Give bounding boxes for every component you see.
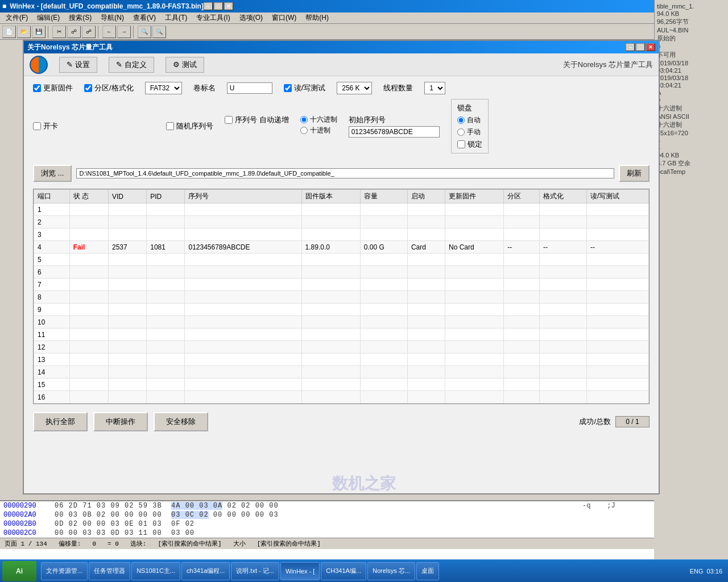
taskbar-item-0[interactable]: 文件资源管... — [41, 562, 88, 580]
search-button[interactable]: 🔍 — [138, 26, 151, 38]
cell-capacity — [360, 304, 407, 316]
cut-button[interactable]: ✂ — [52, 26, 66, 38]
save-button[interactable]: 💾 — [32, 26, 46, 38]
customize-button[interactable]: ✎ 自定义 — [109, 57, 154, 73]
cell-vid: 2537 — [108, 241, 146, 253]
menu-options[interactable]: 选项(O) — [235, 12, 267, 24]
cell-capacity — [360, 341, 407, 354]
taskbar-item-5[interactable]: WinHex - [ — [280, 562, 320, 580]
start-button[interactable]: Ai — [2, 561, 36, 581]
taskbar-item-4[interactable]: 说明.txt - 记... — [231, 562, 279, 580]
menu-view[interactable]: 查看(V) — [129, 12, 160, 24]
radio-manual[interactable]: 手动 — [457, 127, 482, 137]
execute-all-button[interactable]: 执行全部 — [33, 412, 88, 431]
init-serial-input[interactable] — [349, 126, 440, 138]
radio-auto[interactable]: 自动 — [457, 115, 482, 125]
serial-auto-inc-checkbox[interactable]: 序列号 自动递增 — [225, 115, 289, 125]
close-button[interactable]: ✕ — [224, 2, 233, 10]
rw-size-select[interactable]: 256 K — [337, 82, 372, 94]
maximize-button[interactable]: □ — [214, 2, 223, 10]
paste-button[interactable]: ☍ — [82, 26, 96, 38]
cell-firmware — [301, 391, 360, 404]
cell-serial — [185, 366, 301, 379]
cell-capacity — [360, 253, 407, 266]
rw-test-checkbox[interactable]: 读/写测试 — [284, 83, 326, 93]
open-button[interactable]: 📂 — [17, 26, 31, 38]
zoom-button[interactable]: 🔍 — [152, 26, 166, 38]
norelsys-title-text: 关于Norelsys 芯片量产工具 — [27, 43, 113, 52]
cell-boot — [407, 391, 445, 404]
hex-bytes-3: 0D 02 00 00 03 0E 01 03 0F 02 — [55, 520, 577, 528]
menu-edit[interactable]: 编辑(E) — [32, 12, 64, 24]
device-table: 端口 状 态 VID PID 序列号 固件版本 容量 启动 更新固件 分区 格式… — [34, 189, 649, 404]
norelsys-minimize[interactable]: – — [626, 43, 635, 51]
menu-pro-tools[interactable]: 专业工具(I) — [192, 12, 234, 24]
filepath-input[interactable] — [76, 168, 614, 178]
thread-select[interactable]: 1 — [424, 82, 445, 94]
cell-serial — [185, 341, 301, 354]
partition-format-checkbox[interactable]: 分区/格式化 — [84, 83, 134, 93]
refresh-button[interactable]: 刷新 — [619, 165, 650, 182]
lock-input[interactable] — [457, 140, 465, 148]
toolbar-separator-2 — [98, 26, 100, 38]
safe-remove-button[interactable]: 安全移除 — [154, 412, 208, 431]
undo-button[interactable]: ← — [102, 26, 116, 38]
interrupt-button[interactable]: 中断操作 — [93, 412, 148, 431]
radio-hex[interactable]: 十六进制 — [300, 115, 337, 124]
redo-button[interactable]: → — [117, 26, 131, 38]
taskbar-item-7[interactable]: Norelsys 芯... — [367, 562, 415, 580]
update-firmware-input[interactable] — [33, 84, 41, 92]
lock-checkbox[interactable]: 锁定 — [457, 139, 482, 149]
taskbar-item-3[interactable]: ch341a编程... — [181, 562, 230, 580]
cell-format — [539, 291, 586, 304]
browse-button[interactable]: 浏览 ... — [33, 165, 72, 182]
cell-format — [539, 379, 586, 391]
menu-file[interactable]: 文件(F) — [1, 12, 32, 24]
menu-search[interactable]: 搜索(S) — [64, 12, 96, 24]
cell-pid: 1081 — [147, 241, 185, 253]
test-button[interactable]: ⚙ 测试 — [166, 57, 204, 73]
radio-dec[interactable]: 十进制 — [300, 126, 337, 135]
rp-a: A — [657, 89, 726, 96]
cell-firmware — [301, 291, 360, 304]
open-card-checkbox[interactable]: 开卡 — [33, 121, 58, 131]
table-row: 2 — [34, 216, 649, 228]
menu-tools[interactable]: 工具(T) — [160, 12, 192, 24]
serial-auto-inc-input[interactable] — [225, 116, 233, 124]
menu-window[interactable]: 窗口(W) — [267, 12, 301, 24]
volume-input[interactable] — [227, 82, 272, 94]
minimize-button[interactable]: – — [204, 2, 213, 10]
menu-nav[interactable]: 导航(N) — [96, 12, 129, 24]
random-serial-checkbox[interactable]: 随机序列号 — [166, 121, 213, 131]
new-button[interactable]: 📄 — [2, 26, 16, 38]
norelsys-close[interactable]: ✕ — [646, 43, 655, 51]
thread-count-label: 线程数量 — [383, 83, 413, 93]
cell-rw — [586, 216, 648, 228]
taskbar-item-6[interactable]: CH341A编... — [321, 562, 366, 580]
filesystem-select[interactable]: FAT32 — [145, 82, 182, 94]
menu-help[interactable]: 帮助(H) — [301, 12, 333, 24]
settings-button[interactable]: ✎ 设置 — [59, 57, 97, 73]
radio-auto-input[interactable] — [457, 117, 465, 124]
page-info: 页面 1 / 134 — [5, 539, 47, 548]
rw-test-input[interactable] — [284, 84, 292, 92]
update-firmware-checkbox[interactable]: 更新固件 — [33, 83, 73, 93]
init-serial-group: 初始序列号 — [349, 115, 440, 138]
norelsys-maximize[interactable]: □ — [636, 43, 645, 51]
copy-button[interactable]: ☍ — [67, 26, 81, 38]
cell-firmware: 1.89.0.0 — [301, 241, 360, 253]
radio-manual-input[interactable] — [457, 128, 465, 136]
taskbar-item-8[interactable]: 桌面 — [416, 562, 439, 580]
taskbar-item-2[interactable]: NS1081C主... — [131, 562, 180, 580]
success-info: 成功/总数 — [579, 416, 650, 427]
taskbar-item-1[interactable]: 任务管理器 — [89, 562, 130, 580]
cell-format — [539, 341, 586, 354]
radio-hex-input[interactable] — [300, 116, 308, 123]
cell-serial — [185, 203, 301, 216]
table-row: 1 — [34, 203, 649, 216]
cell-partition — [504, 379, 540, 391]
open-card-input[interactable] — [33, 122, 41, 130]
partition-format-input[interactable] — [84, 84, 92, 92]
random-serial-input[interactable] — [166, 122, 174, 130]
radio-dec-input[interactable] — [300, 127, 308, 134]
